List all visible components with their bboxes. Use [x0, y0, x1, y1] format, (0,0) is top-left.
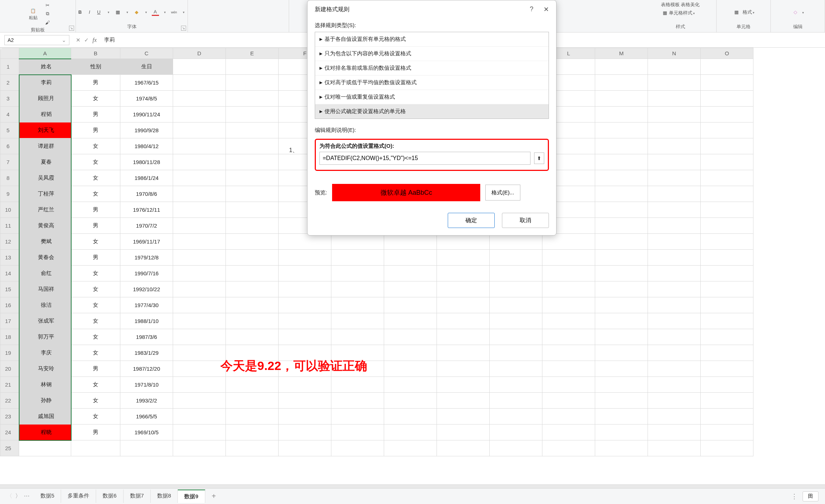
- help-icon[interactable]: ?: [530, 5, 533, 13]
- cell[interactable]: 女: [71, 91, 120, 107]
- row-header[interactable]: 23: [0, 409, 19, 425]
- cell[interactable]: [595, 425, 648, 440]
- cell[interactable]: [173, 281, 226, 297]
- clear-icon[interactable]: ◇: [791, 8, 799, 16]
- cell[interactable]: [490, 297, 542, 313]
- cell[interactable]: [173, 75, 226, 91]
- table-row[interactable]: 13黄春会男1979/12/8: [0, 250, 753, 266]
- cell[interactable]: 女: [71, 170, 120, 186]
- cell[interactable]: [226, 329, 279, 345]
- cell[interactable]: [490, 313, 542, 329]
- cell[interactable]: 徐洁: [19, 297, 71, 313]
- cell[interactable]: 1990/11/24: [120, 107, 173, 122]
- cell[interactable]: [595, 170, 648, 186]
- cell[interactable]: [279, 425, 331, 440]
- font-color-button[interactable]: A: [152, 9, 159, 16]
- table-row[interactable]: 18郭万平女1987/3/6: [0, 329, 753, 345]
- cell[interactable]: [173, 250, 226, 266]
- cell[interactable]: [384, 329, 437, 345]
- cell[interactable]: [648, 329, 701, 345]
- cell[interactable]: [595, 154, 648, 170]
- cell[interactable]: 男: [71, 122, 120, 138]
- cell[interactable]: [331, 329, 384, 345]
- cancel-formula-icon[interactable]: ✕: [76, 37, 81, 43]
- row-header[interactable]: 5: [0, 122, 19, 138]
- column-header-N[interactable]: N: [648, 48, 701, 59]
- cell[interactable]: [490, 266, 542, 281]
- cell[interactable]: [173, 107, 226, 122]
- cell[interactable]: [437, 297, 490, 313]
- cell[interactable]: [173, 409, 226, 425]
- cell[interactable]: [384, 425, 437, 440]
- cell[interactable]: [226, 297, 279, 313]
- cell[interactable]: 1970/7/2: [120, 218, 173, 234]
- cell[interactable]: 女: [71, 186, 120, 202]
- row-header[interactable]: 13: [0, 250, 19, 266]
- cell[interactable]: [384, 440, 437, 456]
- cell[interactable]: 刘天飞: [19, 122, 71, 138]
- cell[interactable]: 1966/5/5: [120, 409, 173, 425]
- row-header[interactable]: 12: [0, 234, 19, 250]
- cell[interactable]: 女: [71, 266, 120, 281]
- rule-type-list[interactable]: ▶基于各自值设置所有单元格的格式 ▶只为包含以下内容的单元格设置格式 ▶仅对排名…: [315, 32, 549, 119]
- sheet-nav-menu-icon[interactable]: ⋯: [24, 492, 30, 500]
- cell[interactable]: 1987/12/20: [120, 361, 173, 377]
- cell[interactable]: [226, 59, 279, 75]
- cell[interactable]: [701, 138, 753, 154]
- cell[interactable]: [279, 281, 331, 297]
- row-header[interactable]: 9: [0, 186, 19, 202]
- cell[interactable]: 严红兰: [19, 202, 71, 218]
- cell[interactable]: [595, 345, 648, 361]
- cell[interactable]: [701, 75, 753, 91]
- cell[interactable]: 戚旭国: [19, 409, 71, 425]
- cell[interactable]: [437, 234, 490, 250]
- italic-button[interactable]: I: [86, 9, 93, 16]
- cell[interactable]: [384, 345, 437, 361]
- cell[interactable]: [331, 409, 384, 425]
- cell[interactable]: [437, 329, 490, 345]
- border-button[interactable]: ▦: [114, 9, 121, 16]
- cell[interactable]: [226, 202, 279, 218]
- cell[interactable]: [226, 266, 279, 281]
- cell[interactable]: [490, 377, 542, 393]
- cell[interactable]: [279, 313, 331, 329]
- cell[interactable]: 吴凤霞: [19, 170, 71, 186]
- cell[interactable]: 1990/9/28: [120, 122, 173, 138]
- row-header[interactable]: 8: [0, 170, 19, 186]
- cell[interactable]: [648, 361, 701, 377]
- cell[interactable]: [226, 281, 279, 297]
- cell[interactable]: [437, 281, 490, 297]
- cell[interactable]: [542, 234, 595, 250]
- table-row[interactable]: 22孙静女1993/2/2: [0, 393, 753, 409]
- formula-input-field[interactable]: [319, 152, 530, 165]
- cell[interactable]: [648, 266, 701, 281]
- name-box[interactable]: A2 ⌄: [4, 35, 69, 45]
- format-painter-icon[interactable]: 🖌: [44, 19, 51, 26]
- column-header-O[interactable]: O: [701, 48, 753, 59]
- cell[interactable]: [226, 440, 279, 456]
- cell[interactable]: [279, 440, 331, 456]
- close-icon[interactable]: ✕: [543, 5, 549, 13]
- range-picker-icon[interactable]: ⬆: [534, 152, 544, 164]
- cell[interactable]: [701, 202, 753, 218]
- cut-icon[interactable]: ✂: [44, 1, 51, 9]
- cell[interactable]: [701, 361, 753, 377]
- cell[interactable]: 女: [71, 154, 120, 170]
- row-header[interactable]: 20: [0, 361, 19, 377]
- cell[interactable]: 1979/12/8: [120, 250, 173, 266]
- cell[interactable]: 1971/8/10: [120, 377, 173, 393]
- table-row[interactable]: 14俞红女1990/7/16: [0, 266, 753, 281]
- cell[interactable]: [173, 377, 226, 393]
- cell[interactable]: [542, 297, 595, 313]
- cell[interactable]: [648, 91, 701, 107]
- cell[interactable]: [173, 234, 226, 250]
- cell[interactable]: 丁桂萍: [19, 186, 71, 202]
- cell[interactable]: [279, 377, 331, 393]
- fx-icon[interactable]: fx: [93, 37, 97, 43]
- cell[interactable]: [437, 345, 490, 361]
- cell[interactable]: 1976/12/11: [120, 202, 173, 218]
- cell[interactable]: [490, 361, 542, 377]
- cell[interactable]: [648, 377, 701, 393]
- cell[interactable]: [384, 361, 437, 377]
- cell[interactable]: [226, 107, 279, 122]
